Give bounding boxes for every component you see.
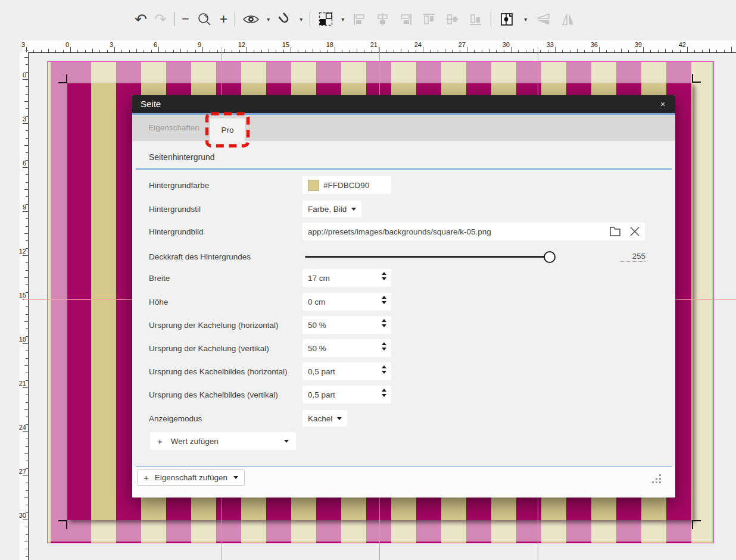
resize-grip[interactable] (651, 473, 663, 485)
spin-down-icon[interactable] (382, 324, 386, 327)
seite-dialog: Seite × Eigenschaften Pro Seitenhintergr… (132, 95, 675, 498)
field-label: Anzeigemodus (149, 414, 302, 423)
visibility-icon[interactable] (242, 14, 260, 25)
corner-mark-top-right (692, 74, 701, 83)
tileimage-origin-h-spinner[interactable]: 0,5 part (302, 362, 391, 380)
chevron-down-icon (351, 208, 356, 211)
opacity-slider[interactable] (305, 256, 550, 258)
close-icon[interactable]: × (655, 98, 670, 110)
toolbar-separator (174, 12, 174, 26)
dialog-title: Seite (141, 95, 161, 113)
align-top-icon[interactable] (421, 11, 437, 27)
application-window: ↶ ↷ − + ▾ ▾ ▾ (0, 0, 736, 560)
align-bottom-icon[interactable] (467, 11, 484, 27)
center-caret-icon[interactable]: ▾ (524, 16, 527, 23)
zoom-out-icon[interactable]: − (182, 12, 189, 26)
zoom-in-icon[interactable]: + (220, 12, 227, 26)
field-label: Deckkraft des Hintergrundes (149, 252, 302, 261)
color-value: #FFDBCD90 (323, 181, 369, 190)
background-image-field[interactable]: app://presets/images/backgrounds/square/… (302, 223, 645, 240)
dialog-titlebar[interactable]: Seite × (132, 95, 675, 113)
field-label: Hintergrundstil (149, 205, 302, 214)
align-left-icon[interactable] (351, 11, 367, 27)
snap-caret-icon[interactable]: ▾ (300, 16, 302, 23)
display-mode-dropdown[interactable]: Kachel (302, 410, 347, 427)
ruler-vertical[interactable]: 036912151821242730 (20, 52, 29, 560)
section-title: Seitenhintergrund (149, 152, 215, 162)
row-tile-origin-v: Ursprung der Kachelung (vertikal) 50 % (149, 339, 660, 357)
row-opacity: Deckkraft des Hintergrundes 255 (149, 248, 660, 265)
spin-down-icon[interactable] (382, 301, 386, 304)
width-spinner[interactable]: 17 cm (302, 269, 391, 287)
spin-up-icon[interactable] (382, 365, 386, 368)
opacity-value[interactable]: 255 (620, 252, 645, 262)
field-label: Ursprung der Kachelung (vertikal) (149, 344, 302, 353)
center-on-page-icon[interactable] (498, 11, 517, 27)
row-tile-origin-h: Ursprung der Kachelung (horizontal) 50 % (149, 316, 660, 334)
snap-magnet-icon[interactable] (277, 11, 292, 27)
spin-down-icon[interactable] (382, 394, 386, 397)
field-label: Breite (149, 274, 302, 283)
row-display-mode: Anzeigemodus Kachel (149, 409, 660, 427)
row-background-style: Hintergrundstil Farbe, Bild (149, 200, 660, 218)
height-spinner[interactable]: 0 cm (302, 293, 391, 311)
row-width: Breite 17 cm (149, 269, 660, 287)
slider-thumb[interactable] (544, 251, 556, 263)
plus-icon: + (157, 436, 163, 446)
corner-mark-bottom-left (58, 520, 67, 529)
row-height: Höhe 0 cm (149, 293, 660, 311)
row-tileimage-origin-h: Ursprung des Kachelbildes (horizontal) 0… (149, 362, 660, 380)
spin-down-icon[interactable] (382, 348, 386, 351)
toolbar-separator (310, 12, 310, 26)
undo-icon[interactable]: ↶ (135, 12, 147, 27)
flip-horizontal-icon[interactable] (560, 11, 576, 27)
section-divider (136, 168, 672, 170)
main-toolbar: ↶ ↷ − + ▾ ▾ ▾ (135, 7, 576, 31)
align-middle-icon[interactable] (444, 11, 460, 27)
chevron-down-icon (337, 417, 342, 420)
swatch-caret-icon[interactable]: ▾ (341, 16, 344, 23)
tab-eigenschaften[interactable]: Eigenschaften (148, 115, 199, 141)
align-center-h-icon[interactable] (375, 11, 391, 27)
background-color-field[interactable]: #FFDBCD90 (302, 176, 391, 194)
field-label: Ursprung des Kachelbildes (horizontal) (149, 367, 302, 376)
add-value-button[interactable]: + Wert zufügen (150, 432, 296, 450)
spin-down-icon[interactable] (382, 277, 386, 280)
spin-up-icon[interactable] (382, 296, 386, 299)
toolbar-separator (235, 12, 235, 26)
align-right-icon[interactable] (398, 11, 414, 27)
spin-up-icon[interactable] (382, 342, 386, 345)
row-tileimage-origin-v: Ursprung des Kachelbildes (vertikal) 0,5… (149, 386, 660, 403)
color-swatch[interactable] (308, 180, 319, 191)
spin-up-icon[interactable] (382, 389, 386, 392)
swatch-mode-icon[interactable] (317, 11, 334, 27)
spin-up-icon[interactable] (382, 272, 386, 275)
chevron-down-icon (233, 476, 238, 479)
toolbar-separator (491, 12, 491, 26)
page-margin-left (48, 83, 67, 520)
tab-pro[interactable]: Pro (210, 118, 245, 141)
redo-icon[interactable]: ↷ (154, 12, 167, 27)
clear-image-icon[interactable] (628, 225, 641, 240)
spin-down-icon[interactable] (382, 371, 386, 374)
page-margin-right (693, 83, 712, 520)
chevron-down-icon (284, 440, 289, 443)
plus-icon: + (144, 473, 149, 483)
browse-folder-icon[interactable] (608, 224, 622, 240)
field-label: Hintergrundfarbe (149, 181, 302, 190)
field-label: Hintergrundbild (149, 227, 302, 236)
row-background-image: Hintergrundbild app://presets/images/bac… (149, 223, 660, 240)
field-label: Ursprung des Kachelbildes (vertikal) (149, 390, 302, 399)
add-property-button[interactable]: + Eigenschaft zufügen (137, 469, 245, 486)
dialog-footer: + Eigenschaft zufügen (132, 467, 675, 498)
field-label: Höhe (149, 298, 302, 306)
spin-up-icon[interactable] (382, 319, 386, 322)
background-style-dropdown[interactable]: Farbe, Bild (302, 201, 361, 217)
image-path: app://presets/images/backgrounds/square/… (308, 227, 491, 236)
tile-origin-h-spinner[interactable]: 50 % (302, 316, 391, 334)
zoom-tool-icon[interactable] (197, 11, 213, 27)
tileimage-origin-v-spinner[interactable]: 0,5 part (302, 386, 391, 403)
flip-vertical-icon[interactable] (534, 11, 553, 27)
tile-origin-v-spinner[interactable]: 50 % (302, 339, 391, 357)
visibility-caret-icon[interactable]: ▾ (267, 16, 270, 23)
